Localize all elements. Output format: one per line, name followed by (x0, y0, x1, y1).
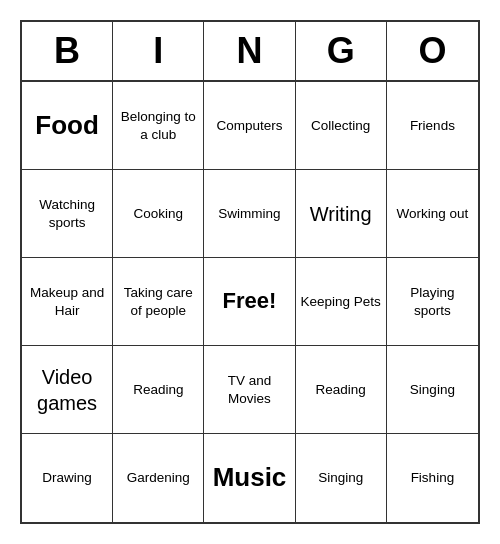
bingo-cell: Drawing (22, 434, 113, 522)
header-letter: G (296, 22, 387, 80)
header-letter: B (22, 22, 113, 80)
bingo-cell: Music (204, 434, 295, 522)
bingo-cell: Gardening (113, 434, 204, 522)
bingo-cell: Singing (387, 346, 478, 434)
bingo-header: BINGO (22, 22, 478, 82)
bingo-cell: Food (22, 82, 113, 170)
header-letter: O (387, 22, 478, 80)
bingo-cell: Watching sports (22, 170, 113, 258)
header-letter: I (113, 22, 204, 80)
bingo-cell: Cooking (113, 170, 204, 258)
bingo-card: BINGO FoodBelonging to a clubComputersCo… (20, 20, 480, 524)
bingo-cell: Friends (387, 82, 478, 170)
bingo-cell: Keeping Pets (296, 258, 387, 346)
bingo-cell: Taking care of people (113, 258, 204, 346)
bingo-cell: Belonging to a club (113, 82, 204, 170)
header-letter: N (204, 22, 295, 80)
bingo-cell: Reading (296, 346, 387, 434)
bingo-cell: Working out (387, 170, 478, 258)
bingo-cell: Fishing (387, 434, 478, 522)
bingo-grid: FoodBelonging to a clubComputersCollecti… (22, 82, 478, 522)
bingo-cell: TV and Movies (204, 346, 295, 434)
bingo-cell: Reading (113, 346, 204, 434)
bingo-cell: Collecting (296, 82, 387, 170)
bingo-cell: Free! (204, 258, 295, 346)
bingo-cell: Makeup and Hair (22, 258, 113, 346)
bingo-cell: Singing (296, 434, 387, 522)
bingo-cell: Swimming (204, 170, 295, 258)
bingo-cell: Computers (204, 82, 295, 170)
bingo-cell: Playing sports (387, 258, 478, 346)
bingo-cell: Writing (296, 170, 387, 258)
bingo-cell: Video games (22, 346, 113, 434)
